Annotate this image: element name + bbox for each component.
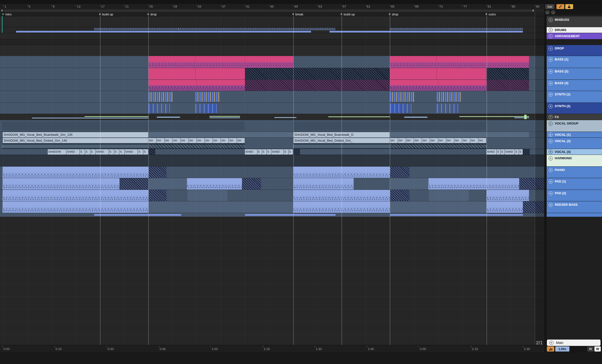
clip-vocal-2-3[interactable]: SHSHSHSHSHSHSHSHSHSHSHSH: [390, 138, 486, 143]
loop-start-marker[interactable]: [1, 9, 3, 12]
clip-fx-0[interactable]: [32, 118, 148, 118]
clip-pad-1-12[interactable]: [519, 178, 544, 190]
clip-synth-1-2[interactable]: [390, 92, 414, 102]
clip-drums-2[interactable]: [245, 28, 336, 30]
track-header-bass-1[interactable]: ▾BASS (1): [547, 56, 602, 68]
clip-pad-1-7[interactable]: [293, 178, 354, 184]
vocal-chop-clip[interactable]: SH: [430, 138, 438, 143]
vocal-chop-clip[interactable]: S: [501, 149, 505, 155]
clip-bass-3-1[interactable]: [197, 80, 245, 85]
vocal-chop-clip[interactable]: S: [138, 149, 143, 155]
clip-bass-1-1[interactable]: [195, 56, 245, 62]
vocal-chop-clip[interactable]: SH: [454, 138, 462, 143]
vocal-chop-clip[interactable]: SH: [398, 138, 406, 143]
track-lane-synth-2[interactable]: [0, 102, 544, 114]
loop-end-marker[interactable]: [532, 9, 534, 12]
bar-ruler[interactable]: 1591317212529333741454953576165697377818…: [0, 4, 544, 9]
track-header-mixbuss[interactable]: ≡MIXBUSS: [547, 16, 602, 27]
locator-play-icon[interactable]: [147, 13, 149, 15]
track-lane-gap[interactable]: [0, 39, 544, 45]
track-lane-bass-3[interactable]: [0, 80, 544, 91]
locator-play-icon[interactable]: [292, 13, 294, 15]
vocal-chop-clip[interactable]: SH: [422, 138, 430, 143]
vocal-chop-clip[interactable]: SH: [181, 138, 189, 143]
vocal-chop-clip[interactable]: SHAD: [486, 149, 497, 155]
clip-piano-2[interactable]: [148, 167, 167, 178]
clip-vocal-1-1[interactable]: [148, 132, 293, 138]
vocal-chop-clip[interactable]: SH: [148, 138, 157, 143]
group-icon[interactable]: ≡: [549, 122, 553, 126]
back-arrow-button[interactable]: ←: [545, 10, 550, 14]
track-header-drop[interactable]: ≡DROP: [547, 45, 602, 56]
clip-drums-5[interactable]: [329, 31, 523, 33]
locator-build-up[interactable]: build up: [99, 12, 113, 16]
track-lane-bass-2[interactable]: [0, 68, 544, 80]
track-lane-reeser-bass[interactable]: [0, 201, 544, 213]
clip-bass-3-4[interactable]: [390, 80, 438, 85]
main-output-button[interactable]: ▸ Main: [547, 340, 601, 346]
track-header-vocal-group[interactable]: ≡VOCAL GROUP: [547, 120, 602, 132]
fold-chevron-icon[interactable]: ▾: [549, 150, 553, 154]
track-lane-pad-1[interactable]: [0, 178, 544, 190]
clip-pad-1-1[interactable]: [2, 184, 120, 190]
fold-chevron-icon[interactable]: ▾: [549, 69, 553, 74]
clip-fx-9[interactable]: [514, 117, 529, 118]
clip-pad-1-6[interactable]: [242, 178, 261, 190]
clip-bass-2-0[interactable]: [148, 68, 195, 80]
fold-chevron-icon[interactable]: ▾: [549, 203, 553, 207]
vocal-chop-clip[interactable]: SHADOW: [48, 149, 66, 155]
clip-drums-3[interactable]: [390, 28, 523, 30]
clip-reeser-bass-0[interactable]: [2, 201, 148, 207]
clip-pad-2-3[interactable]: [187, 190, 227, 201]
vocal-chop-clip[interactable]: SH: [438, 138, 446, 143]
clip-fx-8[interactable]: [459, 116, 529, 117]
vocal-chop-clip[interactable]: SH: [205, 138, 213, 143]
vocal-chop-clip[interactable]: SHAD: [271, 149, 284, 155]
clip-piano-3[interactable]: [293, 167, 390, 172]
meter-button[interactable]: [547, 346, 554, 352]
fold-chevron-icon[interactable]: ▾: [549, 180, 553, 184]
clip-vocal-group-0[interactable]: [2, 122, 245, 130]
vocal-chop-clip[interactable]: SH: [390, 138, 398, 143]
fold-chevron-icon[interactable]: ▾: [549, 139, 553, 143]
clip-piano-5[interactable]: [390, 167, 409, 178]
locator-play-icon[interactable]: [389, 13, 391, 15]
track-lane-vocal-1[interactable]: SHADOW_MG_Vocal_Bed_Boardwalk_Gm_135SHAD…: [0, 132, 544, 137]
track-header-piano[interactable]: ▾PIANO: [547, 166, 602, 178]
vocal-chop-clip[interactable]: S: [85, 149, 90, 155]
track-lane-pad-2[interactable]: [0, 190, 544, 201]
clip-bass-2-5[interactable]: [486, 68, 529, 80]
fold-chevron-icon[interactable]: ▾: [549, 168, 553, 172]
clip-pad-1-5[interactable]: [187, 184, 242, 190]
clip-bass-2-4[interactable]: [437, 68, 486, 80]
vocal-chop-clip[interactable]: SHAD: [505, 149, 515, 155]
track-lane-bass-1[interactable]: [0, 56, 544, 68]
clip-piano-0[interactable]: [2, 167, 148, 172]
vocal-chop-clip[interactable]: S: [114, 149, 119, 155]
track-lane-mixbuss[interactable]: [0, 16, 544, 27]
clip-reeser-bass-2[interactable]: [148, 201, 293, 213]
clip-vocal-1-3[interactable]: [390, 132, 529, 138]
clip-synth-2-0[interactable]: [148, 104, 170, 113]
track-header-synth-1[interactable]: ▾SYNTH (1): [547, 91, 602, 102]
vocal-chop-clip[interactable]: S: [119, 149, 124, 155]
vocal-chop-clip[interactable]: S: [262, 149, 267, 155]
vocal-chop-clip[interactable]: SH: [237, 138, 245, 143]
vocal-chop-clip[interactable]: SH: [213, 138, 221, 143]
clip-vocal-1-2[interactable]: SHADOW_MG_Vocal_Bed_Boardwalk_G: [293, 132, 390, 138]
clip-vocal-3-3[interactable]: [293, 149, 300, 155]
clip-vocal-2-1[interactable]: SHSHSHSHSHSHSHSHSHSHSHSH: [148, 138, 245, 143]
clip-vocal-1-0[interactable]: SHADOW_MG_Vocal_Bed_Boardwalk_Gm_135: [2, 132, 148, 138]
clip-fx-4[interactable]: [209, 117, 240, 118]
fold-chevron-icon[interactable]: ▾: [549, 104, 553, 108]
track-lane-extra[interactable]: [0, 213, 544, 217]
playback-speed-button[interactable]: 1.00x: [555, 346, 569, 352]
clip-vocal-2-7[interactable]: [390, 143, 486, 149]
clip-pad-1-10[interactable]: [428, 178, 519, 184]
clip-vocal-2-6[interactable]: [148, 143, 245, 149]
clip-bass-3-7[interactable]: [486, 80, 529, 91]
vocal-chop-clip[interactable]: SH: [221, 138, 229, 143]
clip-pad-2-5[interactable]: [293, 196, 390, 201]
track-header-bass-3[interactable]: ▾BASS (3): [547, 80, 602, 91]
clip-bass-1-5[interactable]: [437, 56, 486, 62]
